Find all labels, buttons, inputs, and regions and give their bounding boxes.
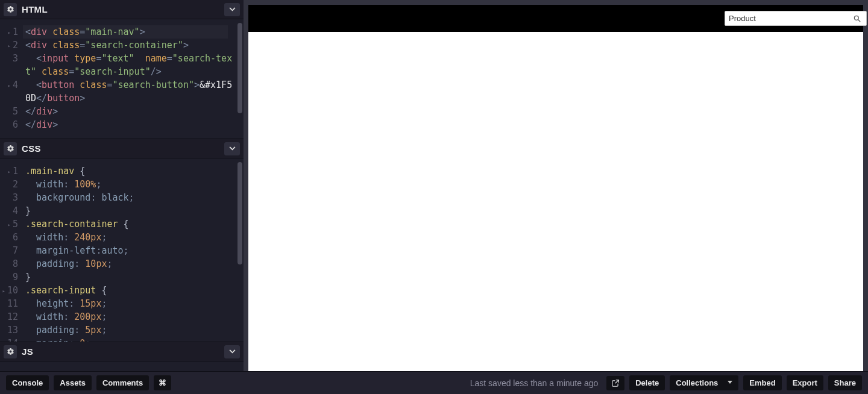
share-button[interactable]: Share xyxy=(828,375,862,390)
panel-js: JS xyxy=(0,342,244,361)
external-link-icon xyxy=(611,379,620,387)
html-editor[interactable]: 1 2 3 4 5 6 <div class="main-nav"> <div … xyxy=(0,19,244,139)
search-input[interactable] xyxy=(729,14,852,23)
line-gutter: 1 2 3 4 5 6 7 8 9 10 11 12 13 14 xyxy=(0,158,23,342)
preview-pane xyxy=(244,0,868,371)
line-gutter: 1 2 3 4 5 6 xyxy=(0,19,23,139)
panel-title: HTML xyxy=(22,4,48,14)
code-line[interactable]: padding: 10px; xyxy=(25,257,233,270)
collections-button[interactable]: Collections xyxy=(670,375,738,390)
chevron-down-icon[interactable] xyxy=(224,345,240,358)
code-line[interactable]: background: black; xyxy=(25,191,233,204)
code-line[interactable]: <div class="main-nav"> xyxy=(25,25,233,39)
gear-icon[interactable] xyxy=(4,345,17,358)
assets-button[interactable]: Assets xyxy=(54,375,92,390)
panel-title: JS xyxy=(22,346,33,357)
code-line[interactable]: .search-input { xyxy=(25,284,233,297)
css-editor[interactable]: 1 2 3 4 5 6 7 8 9 10 11 12 13 14 xyxy=(0,158,244,342)
panel-css: CSS 1 2 3 4 5 6 7 8 9 xyxy=(0,139,244,342)
comments-button[interactable]: Comments xyxy=(96,375,149,390)
code-line[interactable]: <button class="search-button">&#x1F50D</… xyxy=(25,78,233,105)
code-line[interactable]: </div> xyxy=(25,118,233,131)
code-line[interactable]: <div class="search-container"> xyxy=(25,39,233,52)
code-line[interactable]: width: 100%; xyxy=(25,178,233,191)
code-line[interactable]: .main-nav { xyxy=(25,164,233,178)
code-line[interactable]: padding: 5px; xyxy=(25,324,233,337)
panel-header-css: CSS xyxy=(0,139,244,158)
search-button[interactable] xyxy=(852,14,863,23)
code-line[interactable]: } xyxy=(25,204,233,217)
scrollbar[interactable] xyxy=(236,158,244,342)
gear-icon[interactable] xyxy=(4,142,17,155)
console-button[interactable]: Console xyxy=(6,375,49,390)
panel-header-js: JS xyxy=(0,342,244,361)
save-status: Last saved less than a minute ago xyxy=(470,378,598,388)
preview-output[interactable] xyxy=(248,5,863,371)
code-line[interactable]: margin-left:auto; xyxy=(25,244,233,257)
command-icon: ⌘ xyxy=(159,378,166,387)
code-line[interactable]: } xyxy=(25,270,233,284)
chevron-down-icon[interactable] xyxy=(224,142,240,155)
panel-header-html: HTML xyxy=(0,0,244,19)
scrollbar[interactable] xyxy=(236,19,244,139)
footer-bar: Console Assets Comments ⌘ Last saved les… xyxy=(0,371,868,394)
code-line[interactable]: width: 200px; xyxy=(25,310,233,324)
code-line[interactable]: margin: 0; xyxy=(25,337,233,342)
code-line[interactable]: height: 15px; xyxy=(25,297,233,310)
chevron-down-icon[interactable] xyxy=(224,3,240,16)
svg-point-0 xyxy=(854,16,858,20)
open-external-button[interactable] xyxy=(606,376,624,390)
svg-line-1 xyxy=(858,19,861,22)
code-line[interactable]: </div> xyxy=(25,105,233,118)
gear-icon[interactable] xyxy=(4,3,17,16)
panel-title: CSS xyxy=(22,143,41,154)
code-line[interactable]: width: 240px; xyxy=(25,231,233,244)
code-line[interactable]: <input type="text" name="search-text" cl… xyxy=(25,52,233,78)
preview-search-container xyxy=(719,5,863,32)
code-line[interactable]: .search-container { xyxy=(25,217,233,231)
export-button[interactable]: Export xyxy=(787,375,823,390)
embed-button[interactable]: Embed xyxy=(743,375,781,390)
shortcuts-button[interactable]: ⌘ xyxy=(154,375,171,390)
delete-button[interactable]: Delete xyxy=(629,375,665,390)
preview-main-nav xyxy=(248,5,863,32)
panel-html: HTML 1 2 3 4 5 6 xyxy=(0,0,244,139)
magnifier-icon xyxy=(853,14,861,23)
